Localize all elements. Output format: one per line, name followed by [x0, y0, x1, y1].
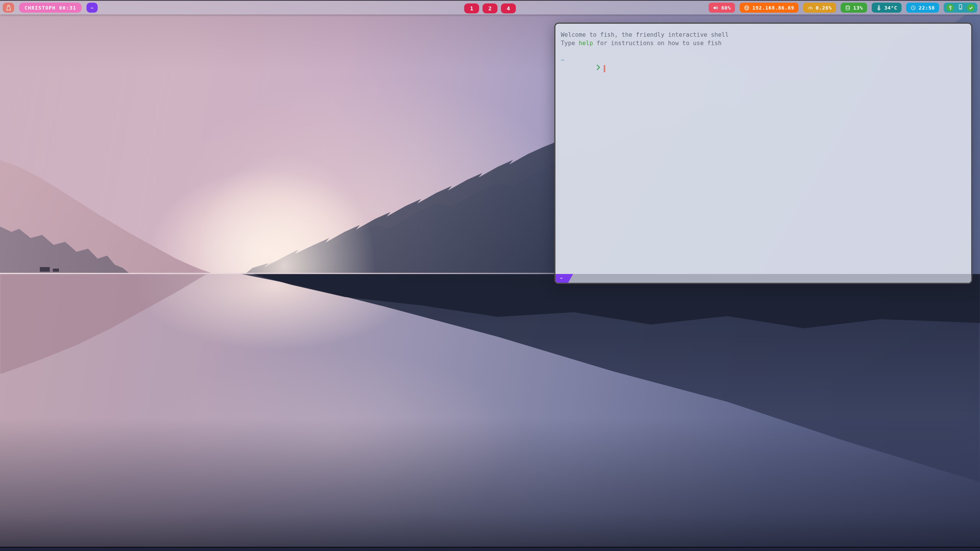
- wallpaper-water-fade: [0, 274, 980, 551]
- clock-icon: [910, 5, 916, 11]
- clock-badge[interactable]: 22:58: [906, 3, 939, 13]
- terminal-welcome-line: Welcome to fish, the friendly interactiv…: [561, 31, 966, 39]
- system-tray: [944, 3, 977, 13]
- memory-value: 13%: [853, 5, 863, 11]
- user-session-label: CHRISTOPH 00:31: [24, 5, 76, 11]
- help-command-text: help: [579, 39, 593, 47]
- workspace-switcher: 1 2 4: [464, 2, 516, 15]
- key-icon[interactable]: [946, 4, 954, 11]
- wallpaper-bottom-edge: [0, 547, 980, 551]
- user-session-badge: CHRISTOPH 00:31: [19, 3, 82, 13]
- linux-penguin-icon: [5, 5, 12, 11]
- terminal-help-line: Type help for instructions on how to use…: [561, 39, 966, 47]
- terminal-window: Welcome to fish, the friendly interactiv…: [554, 23, 972, 284]
- window-title-label: ~: [90, 5, 93, 11]
- speaker-icon: [713, 5, 719, 11]
- window-title-badge: ~: [87, 3, 97, 13]
- terminal-blank-line: [561, 47, 966, 56]
- workspace-button-1[interactable]: 1: [464, 3, 479, 13]
- workspace-button-4[interactable]: 4: [501, 3, 516, 13]
- temperature-value: 34°C: [884, 5, 897, 11]
- terminal-tab-home[interactable]: ~: [555, 274, 573, 283]
- globe-icon: [744, 5, 750, 11]
- clock-value: 22:58: [919, 5, 935, 11]
- cpu-load-value: 0.26%: [816, 5, 832, 11]
- thermometer-icon: [876, 5, 882, 11]
- database-icon: [845, 5, 851, 11]
- gauge-icon: [807, 5, 813, 11]
- prompt-chevron-icon: [561, 55, 600, 82]
- prompt-cwd: ~: [561, 56, 966, 64]
- volume-value: 60%: [721, 5, 731, 11]
- check-icon[interactable]: [967, 4, 975, 11]
- wallpaper-shore-cabin: [40, 267, 50, 272]
- bar-right-modules: 60% 192.168.86.69: [709, 3, 977, 13]
- wallpaper-shore-cabin: [53, 269, 59, 272]
- top-status-bar: CHRISTOPH 00:31 ~ 1 2 4 60%: [0, 0, 980, 15]
- distro-logo-badge[interactable]: [3, 3, 14, 13]
- workspace-button-2[interactable]: 2: [483, 3, 498, 13]
- volume-badge[interactable]: 60%: [709, 3, 735, 13]
- memory-badge: 13%: [841, 3, 867, 13]
- terminal-tab-bar: ~: [555, 274, 971, 283]
- terminal-cursor: [604, 65, 605, 72]
- network-ip-value: 192.168.86.69: [752, 5, 794, 11]
- terminal-tab-label: ~: [560, 276, 563, 281]
- bar-left-modules: CHRISTOPH 00:31 ~: [3, 3, 98, 13]
- cpu-load-badge: 0.26%: [803, 3, 836, 13]
- prompt-line: [561, 64, 966, 73]
- terminal-output[interactable]: Welcome to fish, the friendly interactiv…: [555, 24, 971, 274]
- desktop: CHRISTOPH 00:31 ~ 1 2 4 60%: [0, 0, 980, 551]
- network-ip-badge: 192.168.86.69: [740, 3, 799, 13]
- wallpaper-water: [0, 274, 980, 551]
- temperature-badge: 34°C: [872, 3, 902, 13]
- phone-icon[interactable]: [957, 4, 964, 11]
